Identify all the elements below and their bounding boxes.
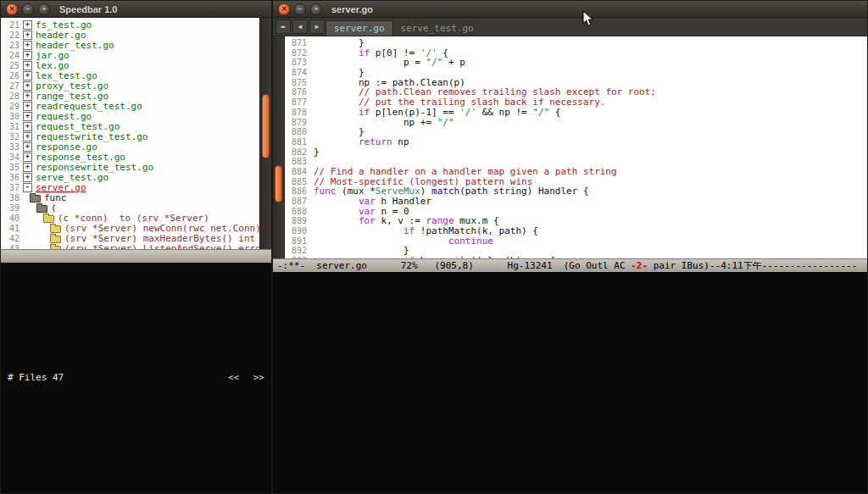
- speedbar-row[interactable]: 32+requestwrite_test.go: [1, 131, 259, 142]
- close-button[interactable]: ✕: [6, 3, 18, 15]
- nav-back-button[interactable]: <<: [228, 372, 239, 383]
- folder-icon[interactable]: [50, 246, 61, 249]
- folder-icon[interactable]: [43, 215, 54, 223]
- code-line[interactable]: 882}: [285, 147, 867, 158]
- line-number: 890: [285, 226, 307, 236]
- close-button[interactable]: ✕: [278, 3, 290, 15]
- speedbar-row[interactable]: 27+proxy_test.go: [1, 80, 259, 91]
- line-number: 891: [285, 236, 307, 247]
- expand-plus-icon[interactable]: +: [23, 51, 32, 60]
- expand-plus-icon[interactable]: +: [23, 92, 32, 101]
- speedbar-row[interactable]: 22+header.go: [1, 30, 259, 40]
- speedbar-row[interactable]: 33+response.go: [1, 142, 259, 152]
- speedbar-row[interactable]: 29+readrequest_test.go: [1, 101, 259, 111]
- tab-home-icon[interactable]: ▬: [275, 19, 291, 34]
- minimize-button[interactable]: −: [22, 3, 34, 15]
- modeline-alert: -2-: [631, 260, 648, 271]
- speedbar-row[interactable]: 26+lex_test.go: [1, 70, 259, 80]
- expand-plus-icon[interactable]: +: [23, 112, 32, 121]
- expand-plus-icon[interactable]: +: [23, 31, 32, 40]
- tab-server-go[interactable]: server.go: [326, 20, 393, 36]
- maximize-button[interactable]: +: [310, 3, 322, 15]
- collapse-minus-icon[interactable]: -: [23, 183, 32, 192]
- tab-bar: ▬ ◀ ▶ server.go serve_test.go: [273, 18, 867, 36]
- speedbar-row[interactable]: 25+lex.go: [1, 60, 259, 70]
- line-number: 885: [285, 177, 307, 187]
- code-line[interactable]: 879 np += "/": [285, 118, 867, 128]
- speedbar-row[interactable]: 41(srv *Server) newConn(rwc net.Conn) (c: [1, 223, 259, 233]
- nav-forward-button[interactable]: >>: [253, 372, 264, 383]
- editor-scrollbar-thumb[interactable]: [275, 165, 282, 203]
- expand-plus-icon[interactable]: +: [23, 163, 32, 172]
- line-number: 873: [285, 58, 307, 68]
- code-line[interactable]: 893 if h == nil || len(k) > n {: [285, 256, 867, 258]
- code-text: if: [403, 255, 415, 258]
- folder-icon[interactable]: [50, 236, 61, 243]
- speedbar-scrollbar-thumb[interactable]: [262, 94, 270, 158]
- expand-plus-icon[interactable]: +: [23, 122, 32, 131]
- code-area[interactable]: Handlefunc(pattern string, handler Handl…: [285, 36, 867, 258]
- tab-scroll-left-icon[interactable]: ◀: [292, 19, 308, 34]
- line-number: 893: [285, 256, 307, 258]
- expand-plus-icon[interactable]: +: [23, 142, 32, 152]
- folder-icon[interactable]: [30, 195, 41, 203]
- speedbar-row[interactable]: 30+request.go: [1, 111, 259, 121]
- maximize-button[interactable]: +: [38, 3, 50, 15]
- speedbar-row[interactable]: 23+header_test.go: [1, 40, 259, 50]
- tab-serve-test-go[interactable]: serve_test.go: [393, 21, 481, 36]
- editor-area: Handlefunc(pattern string, handler Handl…: [273, 36, 867, 258]
- speedbar-scrollbar[interactable]: [259, 18, 271, 249]
- code-text: [314, 136, 359, 147]
- code-text: h ==: [415, 255, 448, 258]
- expand-plus-icon[interactable]: +: [23, 20, 32, 30]
- line-number: 32: [1, 132, 19, 142]
- expand-plus-icon[interactable]: +: [23, 102, 32, 111]
- speedbar-row[interactable]: 35+responsewrite_test.go: [1, 162, 259, 172]
- line-number: 879: [285, 118, 307, 128]
- line-number: 28: [1, 92, 19, 101]
- tab-scroll-right-icon[interactable]: ▶: [309, 19, 325, 34]
- editor-titlebar[interactable]: ✕ − + server.go: [273, 1, 867, 18]
- expand-plus-icon[interactable]: +: [23, 132, 32, 142]
- speedbar-row[interactable]: 34+response_test.go: [1, 152, 259, 162]
- speedbar-row[interactable]: 42(srv *Server) maxHeaderBytes() int: [1, 233, 259, 243]
- minimize-button[interactable]: −: [294, 3, 306, 15]
- expand-plus-icon[interactable]: +: [23, 41, 32, 50]
- line-number: 877: [285, 97, 307, 108]
- line-number: 874: [285, 68, 307, 78]
- code-text: (path string) Handler {: [459, 186, 588, 197]
- expand-plus-icon[interactable]: +: [23, 173, 32, 182]
- code-text: && np !=: [476, 107, 532, 118]
- speedbar-row[interactable]: 37-server.go: [1, 182, 259, 192]
- expand-plus-icon[interactable]: +: [23, 71, 32, 80]
- expand-plus-icon[interactable]: +: [23, 81, 32, 91]
- speedbar-row[interactable]: 40(c *conn) to (srv *Server): [1, 213, 259, 223]
- code-text: [314, 255, 403, 258]
- speedbar-row[interactable]: 28+range_test.go: [1, 91, 259, 101]
- speedbar-item-label: (srv *Server) ListenAndServe() error: [64, 243, 259, 249]
- code-line[interactable]: 881 return np: [285, 137, 867, 147]
- window-title: server.go: [331, 4, 373, 14]
- folder-icon[interactable]: [36, 205, 47, 213]
- code-line[interactable]: 873 p = "/" + p: [285, 58, 867, 68]
- indent-spacer: [23, 197, 30, 198]
- line-number: 876: [285, 87, 307, 97]
- expand-plus-icon[interactable]: +: [23, 153, 32, 162]
- line-number: 36: [1, 173, 19, 182]
- speedbar-row[interactable]: 21+fs_test.go: [1, 19, 259, 30]
- speedbar-row[interactable]: 39(: [1, 203, 259, 213]
- speedbar-row[interactable]: 31+request_test.go: [1, 121, 259, 131]
- line-number: 872: [285, 48, 307, 58]
- indent-spacer: [23, 238, 50, 239]
- code-text: np: [392, 136, 409, 147]
- speedbar-titlebar[interactable]: ✕ − + Speedbar 1.0: [1, 1, 271, 18]
- speedbar-row[interactable]: 36+serve_test.go: [1, 172, 259, 182]
- speedbar-item-label: (: [51, 203, 57, 214]
- editor-scrollbar[interactable]: [273, 36, 285, 258]
- speedbar-row[interactable]: 24+jar.go: [1, 50, 259, 60]
- line-number: 27: [1, 81, 19, 91]
- line-number: 881: [285, 137, 307, 147]
- speedbar-row[interactable]: 38func: [1, 192, 259, 203]
- expand-plus-icon[interactable]: +: [23, 61, 32, 70]
- folder-icon[interactable]: [50, 225, 61, 233]
